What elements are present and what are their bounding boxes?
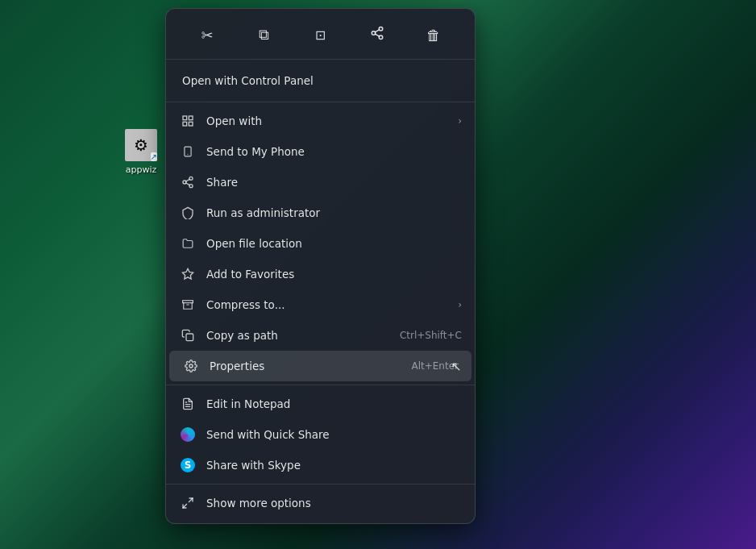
menu-item-share[interactable]: Share bbox=[166, 167, 475, 198]
cut-button[interactable]: ✂ bbox=[193, 20, 222, 49]
share-skype-label: Share with Skype bbox=[206, 459, 462, 472]
menu-item-send-to-phone[interactable]: Send to My Phone bbox=[166, 136, 475, 167]
show-more-icon bbox=[179, 494, 197, 512]
open-with-icon bbox=[179, 112, 197, 130]
svg-rect-6 bbox=[189, 116, 193, 120]
cursor-pointer: ↖ bbox=[451, 359, 462, 374]
context-menu: ✂ ⧉ ⊡ 🗑 Open with Control Panel bbox=[165, 8, 476, 524]
compress-to-icon bbox=[179, 296, 197, 314]
desktop-icon-image: ⚙ bbox=[125, 129, 157, 161]
menu-item-share-skype[interactable]: S Share with Skype bbox=[166, 450, 475, 480]
desktop-icon-label: appwiz bbox=[126, 164, 157, 175]
menu-item-copy-as-path[interactable]: Copy as path Ctrl+Shift+C bbox=[166, 320, 475, 351]
menu-item-open-file-location[interactable]: Open file location bbox=[166, 228, 475, 259]
svg-line-4 bbox=[375, 30, 379, 32]
copy-icon: ⧉ bbox=[259, 26, 269, 44]
copy-button[interactable]: ⧉ bbox=[249, 20, 278, 49]
svg-line-23 bbox=[189, 498, 193, 502]
svg-line-24 bbox=[183, 504, 187, 508]
open-with-arrow: › bbox=[458, 115, 462, 127]
menu-item-add-to-favorites[interactable]: Add to Favorites bbox=[166, 259, 475, 289]
separator-3 bbox=[166, 484, 475, 485]
add-to-favorites-icon bbox=[179, 265, 197, 283]
compress-to-label: Compress to... bbox=[206, 298, 451, 311]
copy-as-path-icon bbox=[179, 326, 197, 344]
copy-alt-icon: ⊡ bbox=[315, 27, 326, 43]
menu-item-send-quickshare[interactable]: Send with Quick Share bbox=[166, 419, 475, 450]
separator-2 bbox=[166, 385, 475, 385]
properties-label: Properties bbox=[210, 360, 411, 372]
compress-to-arrow: › bbox=[458, 299, 462, 310]
separator-1 bbox=[166, 102, 475, 102]
properties-icon bbox=[182, 357, 200, 375]
cut-icon: ✂ bbox=[201, 27, 214, 44]
send-quickshare-label: Send with Quick Share bbox=[206, 428, 462, 441]
menu-item-edit-notepad[interactable]: Edit in Notepad bbox=[166, 389, 475, 419]
show-more-label: Show more options bbox=[206, 497, 462, 509]
copy-as-path-label: Copy as path bbox=[206, 329, 400, 342]
svg-line-15 bbox=[186, 179, 190, 181]
share-label: Share bbox=[206, 176, 462, 189]
svg-rect-19 bbox=[186, 334, 193, 341]
toolbar-row: ✂ ⧉ ⊡ 🗑 bbox=[166, 14, 475, 60]
desktop-icon: ⚙ appwiz bbox=[117, 129, 165, 175]
svg-line-14 bbox=[186, 183, 190, 185]
menu-item-open-with[interactable]: Open with › bbox=[166, 106, 475, 136]
share-toolbar-button[interactable] bbox=[363, 20, 392, 49]
svg-line-3 bbox=[375, 34, 379, 36]
svg-rect-8 bbox=[189, 122, 193, 126]
menu-item-show-more[interactable]: Show more options bbox=[166, 488, 475, 518]
copy-alt-button[interactable]: ⊡ bbox=[305, 20, 334, 49]
delete-button[interactable]: 🗑 bbox=[419, 20, 448, 49]
share-skype-icon: S bbox=[179, 456, 197, 474]
delete-icon: 🗑 bbox=[426, 27, 441, 44]
share-toolbar-icon bbox=[370, 26, 384, 44]
send-quickshare-icon bbox=[179, 426, 197, 443]
open-file-location-label: Open file location bbox=[206, 237, 462, 250]
menu-item-compress-to[interactable]: Compress to... › bbox=[166, 289, 475, 320]
run-as-admin-icon bbox=[179, 204, 197, 222]
run-as-admin-label: Run as administrator bbox=[206, 206, 462, 219]
edit-notepad-label: Edit in Notepad bbox=[206, 397, 462, 410]
svg-rect-17 bbox=[183, 301, 193, 303]
svg-rect-7 bbox=[183, 122, 187, 126]
add-to-favorites-label: Add to Favorites bbox=[206, 268, 462, 281]
menu-item-properties[interactable]: Properties Alt+Enter ↖ bbox=[169, 351, 471, 381]
share-icon bbox=[179, 173, 197, 191]
svg-rect-5 bbox=[183, 116, 187, 120]
copy-as-path-shortcut: Ctrl+Shift+C bbox=[400, 330, 462, 341]
open-control-panel-label: Open with Control Panel bbox=[182, 74, 314, 87]
svg-marker-16 bbox=[182, 268, 193, 279]
menu-item-open-control-panel[interactable]: Open with Control Panel bbox=[166, 63, 475, 98]
open-with-label: Open with bbox=[206, 114, 451, 127]
svg-point-20 bbox=[189, 364, 193, 368]
send-to-phone-icon bbox=[179, 143, 197, 160]
open-file-location-icon bbox=[179, 235, 197, 252]
send-to-phone-label: Send to My Phone bbox=[206, 145, 462, 158]
edit-notepad-icon bbox=[179, 395, 197, 413]
menu-item-run-as-admin[interactable]: Run as administrator bbox=[166, 198, 475, 228]
